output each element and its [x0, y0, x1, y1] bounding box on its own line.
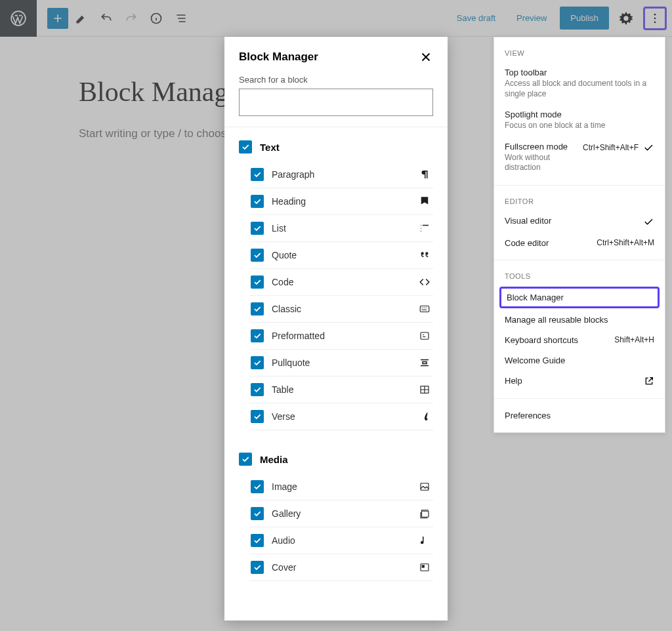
edit-tool-button[interactable]	[70, 7, 93, 30]
audio-icon	[417, 535, 432, 546]
top-toolbar: Save draft Preview Publish	[0, 0, 672, 37]
menu-welcome-guide[interactable]: Welcome Guide	[494, 350, 665, 371]
category-text[interactable]: Text	[239, 136, 433, 157]
block-gallery[interactable]: Gallery	[249, 500, 433, 527]
more-options-button[interactable]	[643, 7, 667, 30]
block-preformatted[interactable]: Preformatted	[249, 323, 433, 350]
block-pullquote[interactable]: Pullquote	[249, 350, 433, 377]
category-media[interactable]: Media	[239, 449, 433, 470]
checkbox-icon[interactable]	[251, 168, 264, 181]
block-cover[interactable]: Cover	[249, 554, 433, 581]
category-label: Media	[260, 454, 288, 465]
block-code[interactable]: Code	[249, 269, 433, 296]
info-button[interactable]	[144, 7, 168, 30]
list-icon	[417, 222, 432, 234]
pullquote-icon	[417, 357, 432, 369]
close-button[interactable]	[419, 50, 433, 64]
checkbox-icon[interactable]	[251, 561, 264, 574]
block-table[interactable]: Table	[249, 377, 433, 403]
menu-spotlight[interactable]: Spotlight mode Focus on one block at a t…	[494, 104, 665, 136]
menu-label: Top toolbar	[505, 68, 654, 77]
block-quote[interactable]: Quote	[249, 242, 433, 269]
svg-point-3	[654, 17, 656, 19]
undo-button[interactable]	[94, 7, 118, 30]
block-image[interactable]: Image	[249, 474, 433, 500]
menu-visual-editor[interactable]: Visual editor	[494, 211, 665, 233]
wordpress-logo[interactable]	[0, 0, 37, 37]
menu-label: Help	[505, 376, 522, 386]
gallery-icon	[417, 508, 432, 519]
block-list[interactable]: List	[249, 215, 433, 242]
checkbox-icon[interactable]	[251, 275, 264, 289]
menu-preferences[interactable]: Preferences	[494, 405, 665, 426]
checkbox-icon[interactable]	[251, 249, 264, 262]
menu-desc: Access all block and document tools in a…	[505, 79, 654, 99]
checkbox-icon[interactable]	[251, 222, 264, 235]
checkbox-icon[interactable]	[239, 453, 252, 466]
svg-rect-5	[420, 306, 429, 312]
block-label: Classic	[272, 304, 417, 314]
menu-top-toolbar[interactable]: Top toolbar Access all block and documen…	[494, 62, 665, 104]
svg-point-4	[654, 21, 656, 23]
checkbox-icon[interactable]	[251, 195, 264, 208]
block-audio[interactable]: Audio	[249, 527, 433, 554]
menu-label: Spotlight mode	[505, 110, 605, 119]
menu-keyboard-shortcuts[interactable]: Keyboard shortcuts Shift+Alt+H	[494, 330, 665, 350]
checkbox-icon[interactable]	[251, 383, 264, 396]
menu-reusable-blocks[interactable]: Manage all reusable blocks	[494, 310, 665, 330]
paragraph-icon	[417, 169, 432, 180]
block-label: Table	[272, 384, 417, 395]
checkbox-icon[interactable]	[251, 507, 264, 520]
editor-heading: EDITOR	[494, 192, 665, 211]
block-label: Gallery	[272, 508, 417, 519]
redo-button[interactable]	[119, 7, 143, 30]
checkbox-icon[interactable]	[251, 329, 264, 342]
publish-button[interactable]: Publish	[560, 7, 609, 30]
block-label: Paragraph	[272, 169, 417, 180]
menu-desc: Work without distraction	[505, 153, 578, 173]
svg-rect-12	[422, 565, 424, 567]
menu-block-manager[interactable]: Block Manager	[499, 287, 660, 308]
checkbox-icon[interactable]	[251, 410, 264, 423]
checkbox-icon[interactable]	[239, 140, 252, 153]
cover-icon	[417, 561, 432, 573]
menu-label: Visual editor	[505, 216, 551, 226]
search-input[interactable]	[239, 89, 433, 116]
menu-label: Manage all reusable blocks	[505, 315, 608, 325]
image-icon	[417, 481, 432, 493]
verse-icon	[417, 411, 432, 422]
settings-button[interactable]	[614, 7, 638, 30]
block-label: Heading	[272, 196, 417, 207]
block-heading[interactable]: Heading	[249, 188, 433, 215]
shortcut: Ctrl+Shift+Alt+F	[583, 143, 639, 152]
checkbox-icon[interactable]	[251, 480, 264, 493]
block-paragraph[interactable]: Paragraph	[249, 161, 433, 188]
classic-icon	[417, 303, 432, 315]
checkbox-icon[interactable]	[251, 534, 264, 547]
menu-label: Fullscreen mode	[505, 142, 578, 152]
check-icon	[642, 216, 654, 228]
menu-fullscreen[interactable]: Fullscreen mode Work without distraction…	[494, 136, 665, 178]
block-label: Audio	[272, 535, 417, 546]
block-label: Quote	[272, 250, 417, 260]
preview-button[interactable]: Preview	[509, 8, 555, 28]
menu-label: Welcome Guide	[505, 356, 565, 365]
block-label: Code	[272, 277, 417, 287]
menu-label: Code editor	[505, 238, 549, 248]
block-classic[interactable]: Classic	[249, 296, 433, 323]
block-label: List	[272, 223, 417, 234]
outline-button[interactable]	[169, 7, 193, 30]
checkbox-icon[interactable]	[251, 302, 264, 316]
block-verse[interactable]: Verse	[249, 403, 433, 430]
menu-desc: Focus on one block at a time	[505, 121, 605, 131]
add-block-button[interactable]	[47, 8, 68, 29]
external-icon	[644, 376, 654, 386]
block-label: Verse	[272, 411, 417, 422]
code-icon	[417, 276, 432, 288]
save-draft-button[interactable]: Save draft	[449, 8, 503, 28]
modal-title: Block Manager	[239, 51, 318, 64]
menu-code-editor[interactable]: Code editor Ctrl+Shift+Alt+M	[494, 233, 665, 253]
checkbox-icon[interactable]	[251, 356, 264, 369]
block-label: Preformatted	[272, 331, 417, 341]
menu-help[interactable]: Help	[494, 371, 665, 392]
